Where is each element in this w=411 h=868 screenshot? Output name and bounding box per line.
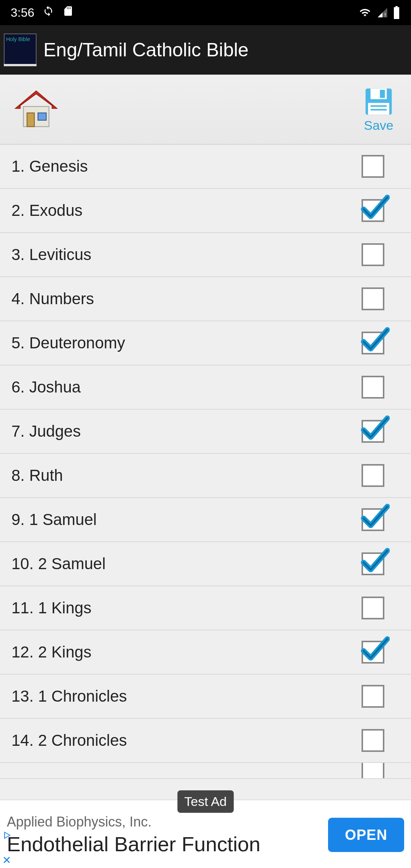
content-area: Save 1. Genesis 2. Exodus 3. Leviticus 4…	[0, 75, 411, 844]
book-label: 11. 1 Kings	[11, 599, 354, 617]
checkbox[interactable]	[362, 420, 384, 443]
list-item[interactable]: 10. 2 Samuel	[0, 542, 411, 586]
book-label: 10. 2 Samuel	[11, 555, 354, 573]
checkbox[interactable]	[362, 199, 384, 222]
list-item[interactable]: 6. Joshua	[0, 365, 411, 410]
checkbox[interactable]	[362, 729, 384, 752]
list-item[interactable]: 13. 1 Chronicles	[0, 675, 411, 719]
signal-icon: !	[376, 7, 389, 18]
list-item[interactable]: 11. 1 Kings	[0, 586, 411, 630]
list-item[interactable]: 8. Ruth	[0, 454, 411, 498]
list-item[interactable]: 2. Exodus	[0, 189, 411, 233]
list-item[interactable]: 3. Leviticus	[0, 233, 411, 277]
checkbox[interactable]	[362, 763, 384, 779]
checkbox[interactable]	[362, 287, 384, 310]
checkbox[interactable]	[362, 332, 384, 354]
book-label: 1. Genesis	[11, 157, 354, 176]
book-label: 9. 1 Samuel	[11, 511, 354, 529]
list-item[interactable]: 14. 2 Chronicles	[0, 719, 411, 763]
status-bar: 3:56 !	[0, 0, 411, 25]
save-label: Save	[364, 118, 393, 133]
svg-marker-11	[5, 832, 10, 838]
ad-badge: Test Ad	[177, 790, 234, 813]
save-icon	[363, 86, 394, 117]
checkbox[interactable]	[362, 552, 384, 575]
adchoices-icon[interactable]	[2, 831, 11, 840]
sync-icon	[43, 5, 54, 20]
book-label: 8. Ruth	[11, 466, 354, 485]
sd-card-icon	[62, 5, 74, 20]
ad-close-icon[interactable]: ✕	[2, 856, 11, 865]
ad-advertiser: Applied Biophysics, Inc.	[7, 814, 328, 830]
checkbox[interactable]	[362, 508, 384, 531]
book-label: 5. Deuteronomy	[11, 334, 354, 352]
list-item[interactable]	[0, 763, 411, 779]
book-label: 3. Leviticus	[11, 246, 354, 264]
book-label: 2. Exodus	[11, 201, 354, 220]
list-item[interactable]: 12. 2 Kings	[0, 630, 411, 675]
svg-rect-4	[38, 113, 46, 120]
wifi-icon	[358, 7, 372, 18]
app-bar: Holy Bible Eng/Tamil Catholic Bible	[0, 25, 411, 75]
checkbox[interactable]	[362, 155, 384, 178]
list-item[interactable]: 5. Deuteronomy	[0, 321, 411, 365]
checkbox[interactable]	[362, 597, 384, 619]
list-item[interactable]: 1. Genesis	[0, 145, 411, 189]
ad-headline: Endothelial Barrier Function	[7, 832, 328, 856]
save-button[interactable]: Save	[358, 86, 400, 133]
list-item[interactable]: 7. Judges	[0, 410, 411, 454]
book-label: 4. Numbers	[11, 290, 354, 308]
app-icon: Holy Bible	[4, 34, 37, 66]
list-item[interactable]: 4. Numbers	[0, 277, 411, 321]
book-label: 14. 2 Chronicles	[11, 731, 354, 750]
checkbox[interactable]	[362, 376, 384, 399]
ad-banner[interactable]: Test Ad Applied Biophysics, Inc. Endothe…	[0, 799, 411, 868]
svg-text:!: !	[384, 11, 386, 18]
svg-rect-8	[368, 103, 389, 115]
book-label: 7. Judges	[11, 422, 354, 440]
svg-rect-3	[27, 113, 34, 127]
svg-rect-7	[380, 89, 385, 97]
list-item[interactable]: 9. 1 Samuel	[0, 498, 411, 542]
book-list[interactable]: 1. Genesis 2. Exodus 3. Leviticus 4. Num…	[0, 145, 411, 844]
svg-marker-1	[16, 91, 57, 108]
toolbar: Save	[0, 75, 411, 145]
checkbox[interactable]	[362, 641, 384, 664]
book-label: 6. Joshua	[11, 378, 354, 396]
home-button[interactable]	[11, 85, 61, 134]
checkbox[interactable]	[362, 464, 384, 487]
battery-icon	[393, 6, 400, 19]
checkbox[interactable]	[362, 685, 384, 708]
ad-open-button[interactable]: OPEN	[328, 818, 404, 852]
status-time: 3:56	[11, 6, 34, 20]
book-label: 13. 1 Chronicles	[11, 687, 354, 705]
app-title: Eng/Tamil Catholic Bible	[43, 39, 249, 61]
nav-pill[interactable]	[167, 861, 244, 864]
book-label: 12. 2 Kings	[11, 643, 354, 661]
checkbox[interactable]	[362, 243, 384, 266]
